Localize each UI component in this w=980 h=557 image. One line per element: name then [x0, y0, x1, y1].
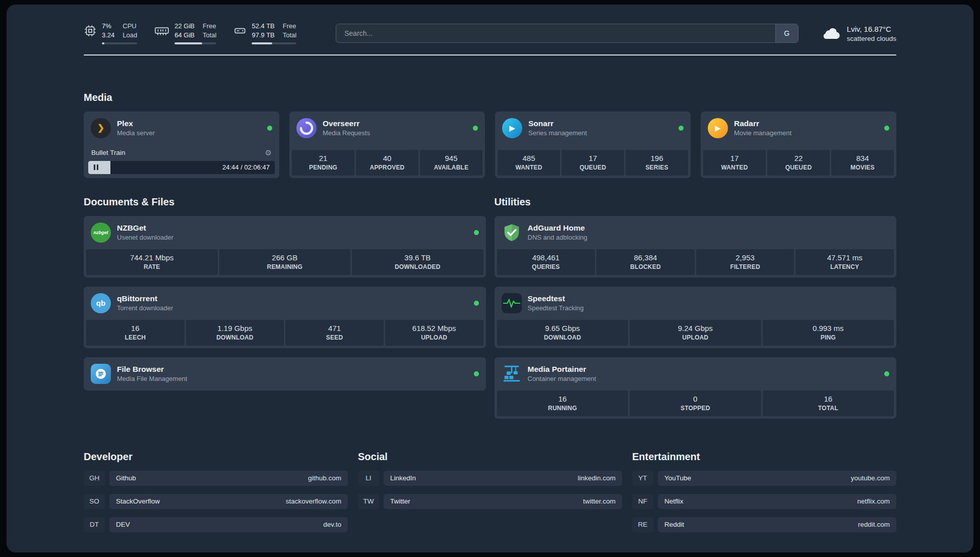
bookmark-abbr: SO — [84, 494, 105, 509]
cpu-usage-label: CPU — [122, 23, 137, 30]
bookmark-linkedin[interactable]: LI LinkedInlinkedin.com — [358, 471, 622, 486]
top-bar: 7% 3.24 CPU Load — [84, 23, 896, 44]
disk-progress-bar — [252, 42, 296, 44]
pause-icon[interactable] — [94, 164, 98, 170]
stat-upload: 618.52 MbpsUPLOAD — [385, 320, 483, 346]
bookmark-url: stackoverflow.com — [286, 497, 341, 505]
status-dot — [474, 230, 479, 235]
stat-downloaded: 39.6 TBDOWNLOADED — [352, 249, 483, 275]
section-title-social: Social — [358, 451, 622, 463]
service-name: qBittorrent — [117, 294, 173, 303]
bookmark-github[interactable]: GH Githubgithub.com — [84, 471, 348, 486]
section-title-utilities: Utilities — [495, 196, 897, 208]
stat-ping: 0.993 msPING — [763, 320, 894, 346]
section-entertainment: Entertainment YT YouTubeyoutube.com NF N… — [632, 451, 896, 532]
search-input[interactable] — [336, 24, 775, 42]
memory-icon — [154, 24, 169, 39]
service-card-sonarr[interactable]: ▶ Sonarr Series management 485WANTED 17Q… — [495, 112, 691, 178]
stat-wanted: 17WANTED — [703, 150, 766, 176]
playback-progress-bar[interactable]: 24:44 / 02:06:47 — [88, 161, 275, 174]
service-subtitle: Media Requests — [323, 129, 370, 137]
weather-condition: scattered clouds — [847, 35, 896, 42]
bookmark-abbr: DT — [84, 517, 105, 532]
stat-leech: 16LEECH — [86, 320, 185, 346]
bookmark-youtube[interactable]: YT YouTubeyoutube.com — [632, 471, 896, 486]
service-name: Overseerr — [323, 119, 370, 128]
service-subtitle: Series management — [528, 129, 587, 137]
disk-icon — [233, 24, 247, 39]
bookmark-url: netflix.com — [857, 497, 890, 505]
bookmark-url: reddit.com — [858, 521, 890, 528]
service-card-plex[interactable]: ❯ Plex Media server Bullet Train ⚙ — [84, 112, 279, 178]
media-grid: ❯ Plex Media server Bullet Train ⚙ — [84, 112, 896, 178]
status-dot — [679, 126, 684, 131]
cpu-load-label: Load — [122, 32, 137, 39]
bookmark-url: linkedin.com — [578, 474, 616, 482]
service-card-portainer[interactable]: Media Portainer Container management 16R… — [495, 357, 897, 419]
memory-progress-bar — [174, 42, 216, 44]
bookmark-netflix[interactable]: NF Netflixnetflix.com — [632, 494, 896, 509]
playback-time: 24:44 / 02:06:47 — [222, 163, 275, 171]
service-name: NZBGet — [117, 224, 173, 233]
bookmark-columns: Developer GH Githubgithub.com SO StackOv… — [84, 451, 896, 532]
bookmark-name: Twitter — [390, 497, 410, 505]
cpu-usage-value: 7% — [102, 23, 114, 30]
stat-upload: 9.24 GbpsUPLOAD — [630, 320, 761, 346]
bookmark-url: dev.to — [323, 521, 341, 528]
search-engine-button[interactable]: G — [775, 24, 798, 42]
service-card-qbittorrent[interactable]: qb qBittorrent Torrent downloader 16LEEC… — [84, 287, 486, 348]
stat-seed: 471SEED — [285, 320, 384, 346]
cpu-progress-bar — [102, 42, 137, 44]
status-dot — [473, 126, 478, 131]
stat-running: 16RUNNING — [497, 391, 629, 416]
bookmark-reddit[interactable]: RE Redditreddit.com — [632, 517, 896, 532]
bookmark-abbr: NF — [632, 494, 653, 509]
disk-total-label: Total — [283, 32, 296, 39]
dashboard-content: 7% 3.24 CPU Load — [84, 23, 896, 532]
section-title-entertainment: Entertainment — [632, 451, 896, 463]
stat-approved: 40APPROVED — [356, 150, 418, 176]
stat-movies: 834MOVIES — [831, 150, 894, 176]
bookmark-dev[interactable]: DT DEVdev.to — [84, 517, 348, 532]
stat-blocked: 86,384BLOCKED — [596, 249, 695, 275]
gear-icon[interactable]: ⚙ — [265, 148, 272, 157]
weather-location-temp: Lviv, 16.87°C — [847, 25, 896, 33]
service-name: Radarr — [734, 119, 791, 128]
bookmark-stackoverflow[interactable]: SO StackOverflowstackoverflow.com — [84, 494, 348, 509]
stat-total: 16TOTAL — [763, 391, 894, 416]
bookmark-name: Github — [116, 474, 136, 482]
plex-now-playing: Bullet Train ⚙ 24:44 / 02:06:47 — [84, 148, 279, 178]
sonarr-icon: ▶ — [502, 118, 522, 138]
section-utilities: Utilities AdGuard Home DNS and adblockin… — [495, 196, 897, 419]
section-title-developer: Developer — [84, 451, 348, 463]
middle-columns: Documents & Files nzbget NZBGet Usenet d… — [84, 196, 896, 419]
service-subtitle: Container management — [528, 375, 596, 382]
section-documents: Documents & Files nzbget NZBGet Usenet d… — [84, 196, 486, 391]
section-media: Media ❯ Plex Media server Bullet Tr — [84, 92, 896, 178]
cpu-widget: 7% 3.24 CPU Load — [84, 23, 137, 44]
overseerr-icon — [296, 118, 317, 138]
disk-widget: 52.4 TB 97.9 TB Free Total — [233, 23, 296, 44]
bookmark-abbr: RE — [632, 517, 653, 532]
service-card-nzbget[interactable]: nzbget NZBGet Usenet downloader 744.21 M… — [84, 216, 486, 277]
stat-pending: 21PENDING — [292, 150, 354, 176]
status-dot — [884, 126, 889, 131]
stat-filtered: 2,953FILTERED — [696, 249, 794, 275]
bookmark-url: github.com — [308, 474, 341, 482]
service-subtitle: Speedtest Tracking — [528, 304, 584, 312]
service-card-adguard[interactable]: AdGuard Home DNS and adblocking 498,461Q… — [495, 216, 897, 277]
bookmark-twitter[interactable]: TW Twittertwitter.com — [358, 494, 622, 509]
stat-latency: 47.571 msLATENCY — [795, 249, 894, 275]
service-card-filebrowser[interactable]: File Browser Media File Management — [84, 357, 486, 391]
bookmark-name: YouTube — [664, 474, 691, 482]
bookmark-name: DEV — [116, 521, 130, 528]
search-bar[interactable]: G — [336, 24, 798, 43]
service-card-radarr[interactable]: ▶ Radarr Movie management 17WANTED 22QUE… — [701, 112, 896, 178]
bookmark-name: LinkedIn — [390, 474, 416, 482]
stat-stopped: 0STOPPED — [630, 391, 761, 416]
bookmark-name: StackOverflow — [116, 497, 160, 505]
service-card-speedtest[interactable]: Speedtest Speedtest Tracking 9.65 GbpsDO… — [495, 287, 897, 348]
status-dot — [474, 371, 479, 376]
service-card-overseerr[interactable]: Overseerr Media Requests 21PENDING 40APP… — [289, 112, 485, 178]
memory-total-value: 64 GiB — [174, 32, 195, 39]
